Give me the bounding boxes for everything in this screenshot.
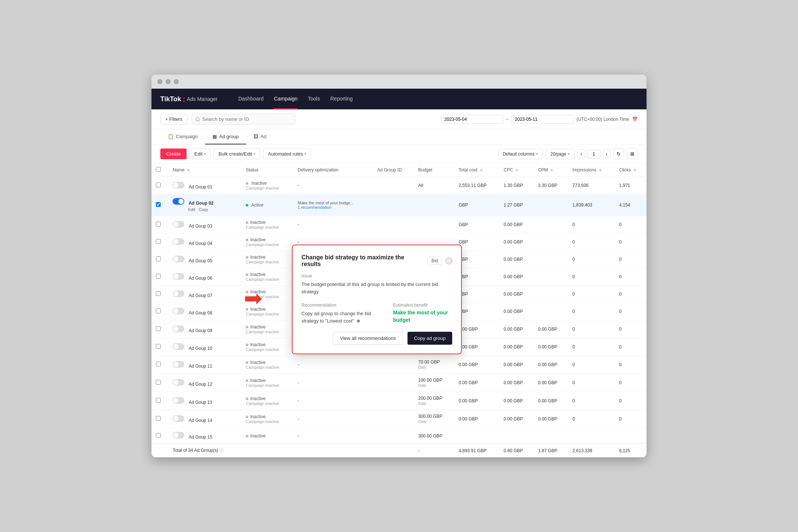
tab-ad[interactable]: 🖼 Ad xyxy=(246,129,274,144)
benefit-value: Make the most of your budget xyxy=(393,309,452,324)
per-page-label: 20/page xyxy=(550,151,566,157)
th-impressions[interactable]: Impressions ⇅ xyxy=(568,163,615,177)
row-cost-2: GBP xyxy=(454,194,499,216)
toggle-6[interactable] xyxy=(173,273,184,280)
status-dot-10 xyxy=(246,344,248,346)
popup-info-icon[interactable]: ⓘ xyxy=(446,258,452,264)
toggle-14[interactable] xyxy=(173,415,184,422)
status-dot-14 xyxy=(246,416,248,418)
toggle-12[interactable] xyxy=(173,379,184,386)
table-row: Ad Goup 11InactiveCampaign inactive-70.0… xyxy=(151,356,647,374)
popup-title-row: Change bid strategy to maximize the resu… xyxy=(301,254,452,267)
rec-info-dot xyxy=(357,320,360,323)
table-row: Ad Goup 03InactiveCampaign inactive-GBP0… xyxy=(151,216,647,233)
imp-sort-icon: ⇅ xyxy=(599,168,602,172)
copy-link-2[interactable]: Copy xyxy=(199,207,208,212)
bulk-create-button[interactable]: Bulk create/Edit ▾ xyxy=(214,149,260,159)
total-impressions: 2,613,339 xyxy=(568,444,615,457)
pagination: ‹ › xyxy=(577,149,610,158)
page-number-input[interactable] xyxy=(587,150,601,158)
recommendation-popup[interactable]: Change bid strategy to maximize the resu… xyxy=(292,245,462,354)
toggle-11[interactable] xyxy=(173,361,184,368)
th-clicks[interactable]: Clicks ⇅ xyxy=(615,163,647,177)
toggle-5[interactable] xyxy=(173,256,184,262)
th-status[interactable]: Status xyxy=(241,163,293,177)
toggle-7[interactable] xyxy=(173,290,184,297)
toggle-15[interactable] xyxy=(173,432,184,439)
popup-benefit-col: Estimated benefit: Make the most of your… xyxy=(393,303,452,324)
toggle-3[interactable] xyxy=(173,221,184,228)
edit-button[interactable]: Edit ▾ xyxy=(190,149,211,159)
toggle-9[interactable] xyxy=(173,325,184,332)
total-info-icon[interactable]: ⓘ xyxy=(219,448,224,453)
browser-window: TikTok: Ads Manager Dashboard Campaign T… xyxy=(151,75,647,457)
nav-campaign[interactable]: Campaign xyxy=(274,89,297,109)
top-nav: TikTok: Ads Manager Dashboard Campaign T… xyxy=(151,89,647,109)
date-to-input[interactable] xyxy=(512,115,574,124)
total-budget: - xyxy=(414,444,454,457)
tab-ad-label: Ad xyxy=(260,134,266,139)
th-adgroup-id[interactable]: Ad Group ID xyxy=(373,163,414,177)
view-all-recommendations-button[interactable]: View all recommendations xyxy=(333,332,403,345)
tab-campaign[interactable]: 📋 Campaign xyxy=(160,129,205,144)
row-checkbox-2[interactable] xyxy=(151,194,168,216)
columns-config-button[interactable]: ⊞ xyxy=(627,149,638,159)
popup-rec-col: Recommendation Copy ad group to change t… xyxy=(301,303,384,324)
toggle-4[interactable] xyxy=(173,238,184,245)
search-input[interactable] xyxy=(192,114,295,125)
tab-ad-group[interactable]: ▦ Ad group xyxy=(205,129,246,144)
toggle-2[interactable] xyxy=(173,198,184,205)
date-range: ~ (UTC+00:00) London Time 📅 xyxy=(441,115,638,124)
popup-rec-text: Copy ad group to change the bid strategy… xyxy=(301,310,384,324)
refresh-button[interactable]: ↻ xyxy=(613,149,624,159)
edit-chevron-icon: ▾ xyxy=(204,152,206,156)
status-dot-2 xyxy=(246,204,248,207)
benefit-label: Estimated benefit: xyxy=(393,303,452,308)
brand-dot: : xyxy=(183,94,185,104)
nav-tools[interactable]: Tools xyxy=(308,89,320,109)
toggle-10[interactable] xyxy=(173,343,184,350)
th-checkbox[interactable] xyxy=(151,163,168,177)
prev-page-button[interactable]: ‹ xyxy=(577,149,585,158)
table-row: Ad Goup 13InactiveCampaign inactive-200.… xyxy=(151,392,647,410)
th-delivery[interactable]: Delivery optimization xyxy=(293,163,373,177)
th-name[interactable]: Name ⇅ xyxy=(168,163,241,177)
per-page-button[interactable]: 20/page ▾ xyxy=(546,149,574,159)
th-cpc[interactable]: CPC ⇅ xyxy=(499,163,533,177)
cost-sort-icon: ⇅ xyxy=(480,168,483,172)
ad-group-tab-icon: ▦ xyxy=(212,134,217,139)
th-cpm[interactable]: CPM ⇅ xyxy=(533,163,568,177)
default-columns-button[interactable]: Default columns ▾ xyxy=(498,149,543,159)
ad-tab-icon: 🖼 xyxy=(253,134,258,139)
toggle-1[interactable] xyxy=(173,182,184,188)
popup-issue-label: Issue xyxy=(301,273,452,279)
filter-button[interactable]: + Filters xyxy=(160,114,187,125)
popup-bottom: Recommendation Copy ad group to change t… xyxy=(301,303,452,324)
total-cpm: 1.87 GBP xyxy=(533,444,568,457)
date-from-input[interactable] xyxy=(441,115,503,124)
row-checkbox-1[interactable] xyxy=(151,177,168,194)
copy-ad-group-button[interactable]: Copy ad group xyxy=(407,332,452,345)
th-total-cost[interactable]: Total cost ⇅ xyxy=(454,163,499,177)
next-page-button[interactable]: › xyxy=(603,149,610,158)
nav-reporting[interactable]: Reporting xyxy=(330,89,353,109)
table-row: Ad Goup 12InactiveCampaign inactive-100.… xyxy=(151,374,647,392)
total-cost: 4,893.91 GBP xyxy=(454,444,499,457)
auto-rules-button[interactable]: Automated rules ▾ xyxy=(263,149,311,159)
total-clicks: 6,125 xyxy=(615,444,647,457)
status-dot-3 xyxy=(246,221,248,224)
status-dot-11 xyxy=(246,361,248,364)
create-button[interactable]: Create xyxy=(160,149,187,159)
edit-link-2[interactable]: Edit xyxy=(188,207,195,212)
status-dot-8 xyxy=(246,308,248,311)
toggle-8[interactable] xyxy=(173,308,184,314)
calendar-icon[interactable]: 📅 xyxy=(632,117,638,122)
toggle-13[interactable] xyxy=(173,397,184,404)
th-budget[interactable]: Budget xyxy=(414,163,454,177)
status-dot-9 xyxy=(246,326,248,328)
nav-dashboard[interactable]: Dashboard xyxy=(238,89,264,109)
filter-bar: + Filters ~ (UTC+00:00) London Time 📅 xyxy=(151,109,647,129)
cpm-sort-icon: ⇅ xyxy=(550,168,553,172)
select-all-checkbox[interactable] xyxy=(156,167,161,172)
row-delivery-1: - xyxy=(293,177,373,194)
